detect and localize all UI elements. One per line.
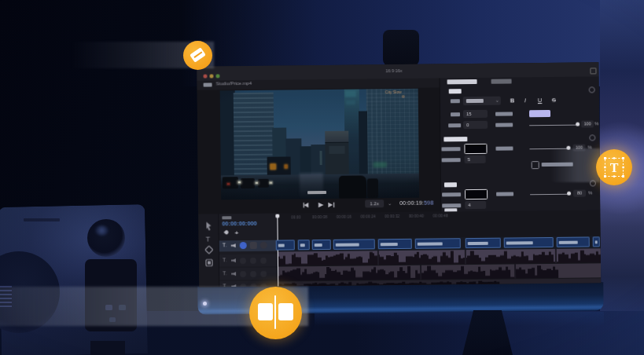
- svg-text:T: T: [206, 236, 211, 243]
- svg-text:T: T: [610, 161, 619, 174]
